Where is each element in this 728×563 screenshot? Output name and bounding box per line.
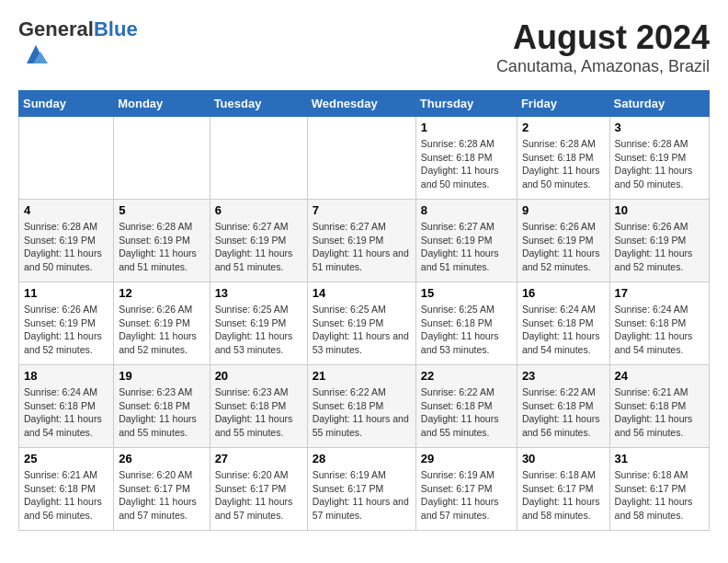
calendar-cell: 6Sunrise: 6:27 AMSunset: 6:19 PMDaylight… [210, 200, 307, 282]
day-number: 21 [313, 369, 411, 383]
day-number: 2 [522, 121, 605, 134]
logo-blue-text: Blue [94, 17, 138, 40]
cell-info: Sunrise: 6:27 AMSunset: 6:19 PMDaylight:… [313, 220, 411, 274]
calendar-cell: 26Sunrise: 6:20 AMSunset: 6:17 PMDayligh… [114, 448, 210, 531]
cell-info: Sunrise: 6:26 AMSunset: 6:19 PMDaylight:… [119, 303, 204, 357]
title-block: August 2024 Canutama, Amazonas, Brazil [496, 18, 710, 76]
calendar-cell: 7Sunrise: 6:27 AMSunset: 6:19 PMDaylight… [307, 200, 415, 282]
cell-info: Sunrise: 6:24 AMSunset: 6:18 PMDaylight:… [615, 303, 704, 357]
calendar-cell: 28Sunrise: 6:19 AMSunset: 6:17 PMDayligh… [307, 448, 415, 531]
day-number: 9 [522, 203, 605, 217]
day-number: 7 [313, 203, 411, 217]
day-number: 30 [522, 452, 605, 465]
main-title: August 2024 [496, 18, 710, 57]
cell-info: Sunrise: 6:20 AMSunset: 6:17 PMDaylight:… [215, 468, 302, 523]
calendar-cell: 22Sunrise: 6:22 AMSunset: 6:18 PMDayligh… [415, 365, 517, 448]
cell-info: Sunrise: 6:28 AMSunset: 6:19 PMDaylight:… [119, 220, 204, 274]
day-number: 15 [421, 286, 512, 300]
day-number: 13 [215, 286, 302, 300]
column-header-wednesday: Wednesday [307, 91, 415, 117]
cell-info: Sunrise: 6:25 AMSunset: 6:19 PMDaylight:… [313, 303, 411, 357]
cell-info: Sunrise: 6:21 AMSunset: 6:18 PMDaylight:… [24, 468, 108, 523]
day-number: 8 [421, 203, 512, 217]
day-number: 17 [615, 286, 704, 300]
day-number: 22 [421, 369, 512, 383]
week-row-5: 25Sunrise: 6:21 AMSunset: 6:18 PMDayligh… [19, 448, 710, 531]
calendar-cell [210, 117, 307, 200]
calendar-cell: 14Sunrise: 6:25 AMSunset: 6:19 PMDayligh… [307, 282, 415, 365]
cell-info: Sunrise: 6:24 AMSunset: 6:18 PMDaylight:… [522, 303, 605, 357]
day-number: 11 [24, 286, 108, 300]
day-number: 29 [421, 452, 512, 465]
calendar-cell: 13Sunrise: 6:25 AMSunset: 6:19 PMDayligh… [210, 282, 307, 365]
cell-info: Sunrise: 6:22 AMSunset: 6:18 PMDaylight:… [313, 385, 411, 440]
calendar-cell: 10Sunrise: 6:26 AMSunset: 6:19 PMDayligh… [609, 200, 709, 282]
cell-info: Sunrise: 6:20 AMSunset: 6:17 PMDaylight:… [119, 468, 204, 523]
day-number: 25 [24, 452, 108, 465]
cell-info: Sunrise: 6:25 AMSunset: 6:19 PMDaylight:… [215, 303, 302, 357]
calendar-cell: 20Sunrise: 6:23 AMSunset: 6:18 PMDayligh… [210, 365, 307, 448]
day-number: 24 [615, 369, 704, 383]
calendar-cell: 11Sunrise: 6:26 AMSunset: 6:19 PMDayligh… [19, 282, 114, 365]
column-header-monday: Monday [114, 91, 210, 117]
column-header-sunday: Sunday [19, 91, 114, 117]
calendar-table: SundayMondayTuesdayWednesdayThursdayFrid… [18, 90, 710, 531]
day-number: 4 [24, 203, 108, 217]
logo: GeneralBlue [18, 18, 138, 72]
cell-info: Sunrise: 6:22 AMSunset: 6:18 PMDaylight:… [421, 385, 512, 440]
calendar-cell: 15Sunrise: 6:25 AMSunset: 6:18 PMDayligh… [415, 282, 517, 365]
calendar-cell: 5Sunrise: 6:28 AMSunset: 6:19 PMDaylight… [114, 200, 210, 282]
calendar-cell: 24Sunrise: 6:21 AMSunset: 6:18 PMDayligh… [609, 365, 709, 448]
day-number: 3 [615, 121, 704, 134]
cell-info: Sunrise: 6:27 AMSunset: 6:19 PMDaylight:… [215, 220, 302, 274]
day-number: 23 [522, 369, 605, 383]
logo-general-text: General [18, 17, 94, 40]
week-row-4: 18Sunrise: 6:24 AMSunset: 6:18 PMDayligh… [19, 365, 710, 448]
calendar-cell: 4Sunrise: 6:28 AMSunset: 6:19 PMDaylight… [19, 200, 114, 282]
column-header-thursday: Thursday [415, 91, 517, 117]
cell-info: Sunrise: 6:23 AMSunset: 6:18 PMDaylight:… [215, 385, 302, 440]
cell-info: Sunrise: 6:19 AMSunset: 6:17 PMDaylight:… [313, 468, 411, 523]
calendar-cell [114, 117, 210, 200]
cell-info: Sunrise: 6:23 AMSunset: 6:18 PMDaylight:… [119, 385, 204, 440]
cell-info: Sunrise: 6:28 AMSunset: 6:19 PMDaylight:… [615, 137, 704, 191]
day-number: 1 [421, 121, 512, 134]
day-number: 26 [119, 452, 204, 465]
week-row-2: 4Sunrise: 6:28 AMSunset: 6:19 PMDaylight… [19, 200, 710, 282]
cell-info: Sunrise: 6:21 AMSunset: 6:18 PMDaylight:… [615, 385, 704, 440]
calendar-cell: 8Sunrise: 6:27 AMSunset: 6:19 PMDaylight… [415, 200, 517, 282]
calendar-cell: 29Sunrise: 6:19 AMSunset: 6:17 PMDayligh… [415, 448, 517, 531]
column-header-friday: Friday [517, 91, 609, 117]
calendar-cell: 9Sunrise: 6:26 AMSunset: 6:19 PMDaylight… [517, 200, 609, 282]
calendar-cell: 27Sunrise: 6:20 AMSunset: 6:17 PMDayligh… [210, 448, 307, 531]
cell-info: Sunrise: 6:28 AMSunset: 6:18 PMDaylight:… [421, 137, 512, 191]
day-number: 10 [615, 203, 704, 217]
column-header-tuesday: Tuesday [210, 91, 307, 117]
week-row-3: 11Sunrise: 6:26 AMSunset: 6:19 PMDayligh… [19, 282, 710, 365]
calendar-cell: 12Sunrise: 6:26 AMSunset: 6:19 PMDayligh… [114, 282, 210, 365]
cell-info: Sunrise: 6:26 AMSunset: 6:19 PMDaylight:… [522, 220, 605, 274]
subtitle: Canutama, Amazonas, Brazil [496, 57, 710, 76]
day-number: 6 [215, 203, 302, 217]
day-number: 28 [313, 452, 411, 465]
day-number: 27 [215, 452, 302, 465]
cell-info: Sunrise: 6:28 AMSunset: 6:19 PMDaylight:… [24, 220, 108, 274]
day-number: 12 [119, 286, 204, 300]
day-number: 18 [24, 369, 108, 383]
day-number: 5 [119, 203, 204, 217]
cell-info: Sunrise: 6:18 AMSunset: 6:17 PMDaylight:… [615, 468, 704, 523]
page-header: GeneralBlue August 2024 Canutama, Amazon… [18, 18, 710, 76]
calendar-cell: 25Sunrise: 6:21 AMSunset: 6:18 PMDayligh… [19, 448, 114, 531]
day-number: 14 [313, 286, 411, 300]
day-number: 20 [215, 369, 302, 383]
calendar-cell: 16Sunrise: 6:24 AMSunset: 6:18 PMDayligh… [517, 282, 609, 365]
cell-info: Sunrise: 6:18 AMSunset: 6:17 PMDaylight:… [522, 468, 605, 523]
calendar-cell [307, 117, 415, 200]
day-number: 19 [119, 369, 204, 383]
calendar-cell: 3Sunrise: 6:28 AMSunset: 6:19 PMDaylight… [609, 117, 709, 200]
cell-info: Sunrise: 6:22 AMSunset: 6:18 PMDaylight:… [522, 385, 605, 440]
cell-info: Sunrise: 6:25 AMSunset: 6:18 PMDaylight:… [421, 303, 512, 357]
calendar-cell [19, 117, 114, 200]
calendar-cell: 30Sunrise: 6:18 AMSunset: 6:17 PMDayligh… [517, 448, 609, 531]
calendar-cell: 19Sunrise: 6:23 AMSunset: 6:18 PMDayligh… [114, 365, 210, 448]
